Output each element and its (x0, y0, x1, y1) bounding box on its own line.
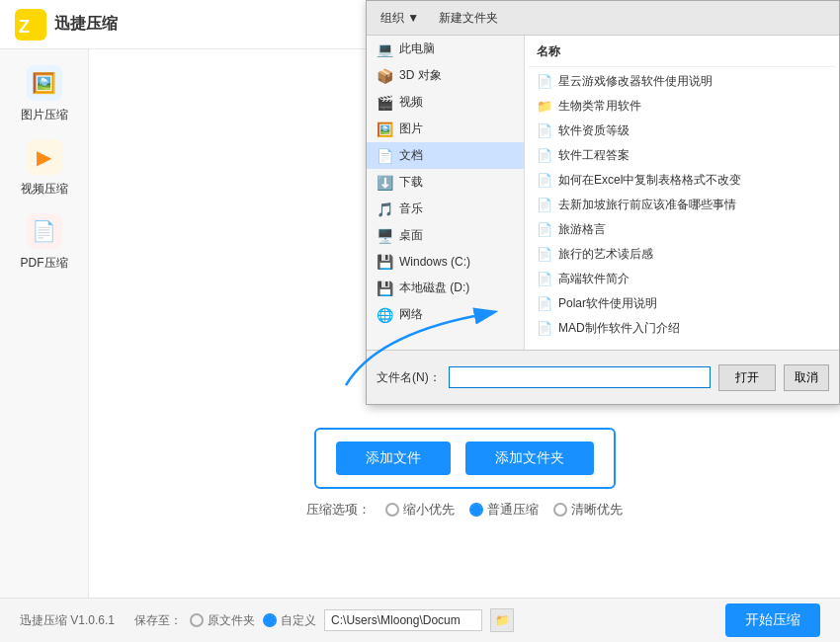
option-clear[interactable]: 清晰优先 (553, 501, 623, 519)
file-item-10[interactable]: 📄 MAD制作软件入门介绍 (529, 316, 835, 341)
nav-label-documents: 文档 (399, 147, 423, 164)
save-custom-label: 自定义 (281, 612, 316, 629)
file-label-1: 生物类常用软件 (558, 98, 641, 115)
file-item-5[interactable]: 📄 去新加坡旅行前应该准备哪些事情 (529, 193, 835, 217)
nav-item-pictures[interactable]: 🖼️ 图片 (367, 116, 524, 142)
file-item-3[interactable]: 📄 软件工程答案 (529, 143, 835, 168)
dialog-left-nav: 💻 此电脑 📦 3D 对象 🎬 视频 🖼️ 图片 📄 文档 (367, 36, 525, 350)
file-item-1[interactable]: 📁 生物类常用软件 (529, 94, 835, 119)
file-label-4: 如何在Excel中复制表格格式不改变 (558, 172, 741, 189)
app-window: Z 迅捷压缩 👤 登录/注册 🖼️ 图片压缩 ▶ 视频压缩 📄 PDF压缩 (0, 0, 840, 642)
file-item-8[interactable]: 📄 高端软件简介 (529, 267, 835, 291)
nav-item-computer[interactable]: 💻 此电脑 (367, 36, 524, 62)
dialog-ok-button[interactable]: 打开 (718, 364, 776, 391)
svg-text:Z: Z (19, 17, 30, 37)
nav-item-documents[interactable]: 📄 文档 (367, 142, 524, 169)
sidebar-item-pdf[interactable]: 📄 PDF压缩 (5, 207, 84, 277)
file-icon-10: 📄 (537, 321, 552, 336)
nav-label-d-drive: 本地磁盘 (D:) (399, 280, 469, 296)
save-custom-dot (263, 613, 277, 627)
d-drive-icon: 💾 (377, 281, 393, 296)
file-icon-5: 📄 (537, 198, 552, 212)
radio-clear-dot (553, 503, 567, 517)
save-path-input[interactable] (324, 609, 482, 631)
sidebar-item-image[interactable]: 🖼️ 图片压缩 (5, 59, 84, 128)
file-item-9[interactable]: 📄 Polar软件使用说明 (529, 291, 835, 316)
version-text: 迅捷压缩 V1.0.6.1 (20, 612, 115, 629)
nav-item-downloads[interactable]: ⬇️ 下载 (367, 169, 524, 196)
add-buttons-group: 添加文件 添加文件夹 (314, 428, 616, 489)
nav-label-network: 网络 (399, 306, 423, 323)
nav-item-c-drive[interactable]: 💾 Windows (C:) (367, 249, 524, 275)
file-item-6[interactable]: 📄 旅游格言 (529, 217, 835, 242)
add-folder-button[interactable]: 添加文件夹 (465, 441, 594, 475)
file-item-2[interactable]: 📄 软件资质等级 (529, 119, 835, 143)
desktop-icon: 🖥️ (377, 228, 393, 244)
file-label-0: 星云游戏修改器软件使用说明 (558, 73, 713, 90)
save-original-dot (190, 613, 204, 627)
sidebar-label-video: 视频压缩 (21, 181, 68, 198)
nav-item-d-drive[interactable]: 💾 本地磁盘 (D:) (367, 275, 524, 301)
save-label: 保存至： (134, 612, 182, 629)
file-item-4[interactable]: 📄 如何在Excel中复制表格格式不改变 (529, 168, 835, 193)
documents-icon: 📄 (377, 148, 393, 164)
dialog-new-folder-btn[interactable]: 新建文件夹 (433, 8, 504, 29)
nav-label-pictures: 图片 (399, 120, 423, 137)
file-icon-0: 📄 (537, 74, 552, 89)
filename-label: 文件名(N)： (377, 369, 441, 386)
save-original-label: 原文件夹 (208, 612, 255, 629)
image-compress-icon: 🖼️ (27, 65, 62, 101)
sidebar: 🖼️ 图片压缩 ▶ 视频压缩 📄 PDF压缩 (0, 49, 89, 598)
video-compress-icon: ▶ (27, 139, 62, 175)
video-icon: 🎬 (377, 95, 393, 111)
sidebar-label-pdf: PDF压缩 (21, 255, 68, 272)
computer-icon: 💻 (377, 41, 393, 57)
dialog-bottom: 文件名(N)： 打开 取消 (367, 350, 839, 404)
name-column-header: 名称 (529, 40, 835, 67)
c-drive-icon: 💾 (377, 254, 393, 270)
file-icon-1: 📁 (537, 99, 552, 114)
network-icon: 🌐 (377, 307, 393, 323)
3d-icon: 📦 (377, 68, 393, 84)
sidebar-label-image: 图片压缩 (21, 107, 68, 123)
file-label-8: 高端软件简介 (558, 271, 630, 287)
nav-label-computer: 此电脑 (399, 40, 435, 57)
save-custom-radio[interactable]: 自定义 (263, 612, 316, 629)
pdf-compress-icon: 📄 (27, 213, 62, 249)
nav-item-network[interactable]: 🌐 网络 (367, 301, 524, 328)
dialog-organize-btn[interactable]: 组织 ▼ (375, 8, 425, 29)
dialog-body: 💻 此电脑 📦 3D 对象 🎬 视频 🖼️ 图片 📄 文档 (367, 36, 839, 350)
start-compress-button[interactable]: 开始压缩 (725, 603, 820, 637)
file-label-9: Polar软件使用说明 (558, 295, 657, 312)
file-item-7[interactable]: 📄 旅行的艺术读后感 (529, 242, 835, 267)
option-small[interactable]: 缩小优先 (385, 501, 455, 519)
nav-item-3d[interactable]: 📦 3D 对象 (367, 62, 524, 89)
app-logo-icon: Z (15, 9, 46, 40)
sidebar-item-video[interactable]: ▶ 视频压缩 (5, 133, 84, 202)
save-original-radio[interactable]: 原文件夹 (190, 612, 255, 629)
option-normal-label: 普通压缩 (487, 501, 539, 519)
nav-label-3d: 3D 对象 (399, 67, 442, 84)
file-label-6: 旅游格言 (558, 221, 606, 238)
browse-folder-button[interactable]: 📁 (490, 608, 514, 632)
nav-item-music[interactable]: 🎵 音乐 (367, 196, 524, 222)
file-label-3: 软件工程答案 (558, 147, 630, 164)
nav-item-desktop[interactable]: 🖥️ 桌面 (367, 222, 524, 249)
nav-item-video[interactable]: 🎬 视频 (367, 89, 524, 116)
file-icon-9: 📄 (537, 296, 552, 311)
file-icon-8: 📄 (537, 272, 552, 286)
dialog-cancel-button[interactable]: 取消 (784, 364, 829, 391)
bottom-controls: 添加文件 添加文件夹 压缩选项： 缩小优先 普通压缩 清晰优先 (89, 428, 840, 519)
radio-small-dot (385, 503, 399, 517)
option-small-label: 缩小优先 (403, 501, 455, 519)
add-file-button[interactable]: 添加文件 (336, 441, 451, 475)
filename-input[interactable] (449, 366, 711, 388)
nav-label-downloads: 下载 (399, 174, 423, 191)
dialog-file-list: 名称 📄 星云游戏修改器软件使用说明 📁 生物类常用软件 📄 软件资质等级 📄 … (525, 36, 839, 350)
nav-label-c-drive: Windows (C:) (399, 255, 470, 269)
dialog-toolbar: 组织 ▼ 新建文件夹 (367, 1, 839, 36)
file-item-0[interactable]: 📄 星云游戏修改器软件使用说明 (529, 69, 835, 94)
option-normal[interactable]: 普通压缩 (469, 501, 539, 519)
app-title: 迅捷压缩 (54, 14, 118, 35)
status-bar: 迅捷压缩 V1.0.6.1 保存至： 原文件夹 自定义 📁 开始压缩 (0, 598, 840, 642)
